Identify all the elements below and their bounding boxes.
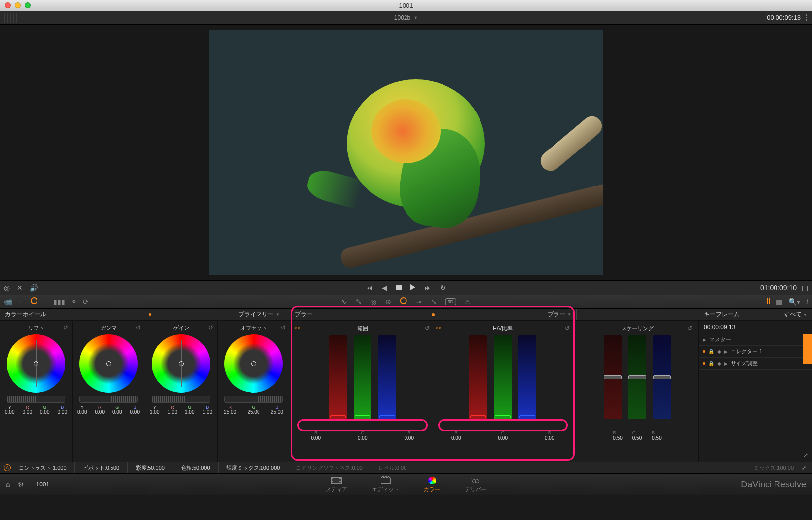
reset-icon[interactable]: ↺ [63,324,68,331]
blur-green-slider[interactable] [354,335,371,419]
reset-icon[interactable]: ↺ [565,325,570,332]
curves-icon[interactable]: ∿ [341,298,347,306]
jog-wheel[interactable] [79,396,138,403]
link-icon[interactable]: ⚯ [295,325,300,332]
viewer[interactable] [0,25,812,280]
blur-blue-slider[interactable] [518,335,536,419]
loop-button[interactable]: ↻ [440,284,446,292]
disclosure-triangle-icon[interactable]: ▶ [703,337,706,342]
blur-values[interactable]: R0.00G0.00B0.00 [293,430,433,441]
color-wheel-control[interactable] [7,334,65,393]
jog-wheel[interactable] [224,396,283,403]
split-screen-icon[interactable]: ✕ [17,284,23,292]
reset-icon[interactable]: ↺ [425,325,430,332]
disclosure-triangle-icon[interactable]: ▶ [724,349,728,354]
disclosure-triangle-icon[interactable]: ▶ [724,361,728,366]
scaling-blue-slider[interactable] [653,335,671,419]
color-wheel-control[interactable] [79,334,138,393]
step-back-button[interactable]: ◀ [382,284,387,292]
color-wheel-control[interactable] [152,334,210,393]
key-icon[interactable]: ⊸ [416,298,422,306]
tracker-icon[interactable]: ⊕ [385,298,391,306]
info-icon[interactable]: i [806,298,808,306]
wheel-values[interactable]: Y1.00R1.00G1.00B1.00 [146,405,216,415]
minimize-window-button[interactable] [15,2,21,8]
saturation-field[interactable]: 彩度:50.000 [128,462,173,473]
stop-button[interactable] [396,284,402,292]
media-page-tab[interactable]: メディア [326,476,347,493]
eyedropper-icon[interactable]: ✎ [356,298,362,306]
step-forward-button[interactable]: ⏭ [424,284,431,292]
expand-status-icon[interactable]: ⤢ [802,465,808,471]
wheel-values[interactable]: R25.00G25.00B25.00 [219,405,289,415]
blur-blue-slider[interactable] [378,335,396,419]
reset-icon[interactable]: ↺ [136,324,141,331]
keyframe-playhead-strip[interactable] [803,334,812,364]
project-name[interactable]: 1001 [36,481,49,488]
color-wheel-control[interactable] [224,334,283,393]
image-wipe-icon[interactable]: ◎ [4,284,10,292]
scaling-green-slider[interactable] [628,335,646,419]
blur-red-slider[interactable] [329,335,347,419]
lock-icon[interactable]: 🔒 [708,361,714,366]
first-frame-button[interactable]: ⏮ [366,284,373,292]
stereo-3d-icon[interactable]: 3D [445,298,456,305]
camera-raw-icon[interactable]: 📹 [4,298,12,306]
thumbnail-mode-icon[interactable]: ▦ [776,298,782,306]
primary-mode-dropdown[interactable]: プライマリー▼ [238,310,285,319]
keyframe-diamond-icon[interactable]: ◆ [717,349,721,354]
contrast-field[interactable]: コントラスト:1.000 [11,462,75,473]
home-icon[interactable]: ⌂ [6,481,10,488]
blur-tab-icon[interactable] [400,297,407,306]
blur-green-slider[interactable] [494,335,512,419]
window-shape-icon[interactable]: ◎ [370,298,376,306]
jog-wheel[interactable] [7,396,65,403]
bars-icon[interactable]: ▮▮▮ [53,298,65,306]
scaling-value[interactable]: R0.50 [613,430,622,441]
reset-icon[interactable]: ↺ [208,324,213,331]
lum-mix-field[interactable]: 輝度ミックス:100.000 [219,462,289,473]
wheel-values[interactable]: Y0.00R0.00G0.00B0.00 [1,405,71,415]
keyframe-track-row[interactable]: 🔒◆▶サイズ調整 [699,358,812,370]
wheel-values[interactable]: Y0.00R0.00G0.00B0.00 [74,405,144,415]
scaling-value[interactable]: G0.50 [632,430,642,441]
hue-field[interactable]: 色相:50.000 [173,462,219,473]
blur-mode-dropdown[interactable]: ブラー▼ [548,310,571,319]
clip-dropdown-icon[interactable]: ▼ [413,15,418,20]
mute-icon[interactable]: 🔊 [30,284,38,292]
clip-name-label[interactable]: 1002b [394,14,410,21]
keyframe-mode-icon[interactable] [767,298,770,306]
scaling-red-slider[interactable] [604,335,622,419]
link-icon[interactable]: ⚯ [436,325,441,332]
grid-icon[interactable]: ▦ [18,298,25,306]
expand-icon[interactable]: ⤢ [803,452,808,459]
options-menu-icon[interactable] [806,14,807,21]
blur-red-slider[interactable] [469,335,487,419]
color-wheels-tab-icon[interactable] [31,297,37,306]
deliver-page-tab[interactable]: デリバー [465,476,486,493]
zoom-window-button[interactable] [25,2,31,8]
auto-badge-icon[interactable]: A [4,464,11,471]
project-settings-icon[interactable]: ⚙ [18,481,24,488]
jog-wheel[interactable] [152,396,210,403]
play-button[interactable] [410,284,415,292]
blur-values[interactable]: R0.00G0.00B0.00 [433,430,573,441]
grip-handle[interactable] [3,13,18,23]
keyframe-track-row[interactable]: 🔒◆▶コレクター 1 [699,346,812,358]
lock-icon[interactable]: 🔒 [708,349,714,354]
keyframe-diamond-icon[interactable]: ◆ [717,361,721,366]
nodes-icon[interactable]: ⚭ [71,298,77,306]
reset-icon[interactable]: ↺ [281,324,286,331]
scaling-value[interactable]: B0.50 [652,430,661,441]
keyframe-filter-dropdown[interactable]: すべて ▼ [784,310,807,319]
pivot-field[interactable]: ピボット:0.500 [75,462,128,473]
data-burn-icon[interactable]: ♨ [465,298,471,306]
search-icon[interactable]: 🔍▾ [788,298,800,306]
timeline-view-icon[interactable]: ▤ [802,284,808,292]
sizing-icon[interactable]: ⤡ [431,298,437,306]
color-page-tab[interactable]: カラー [424,476,440,493]
edit-page-tab[interactable]: エディット [372,476,399,493]
refresh-icon[interactable]: ⟳ [83,298,89,306]
keyframe-track-row[interactable]: ▶マスター [699,334,812,346]
reset-icon[interactable]: ↺ [687,325,692,332]
